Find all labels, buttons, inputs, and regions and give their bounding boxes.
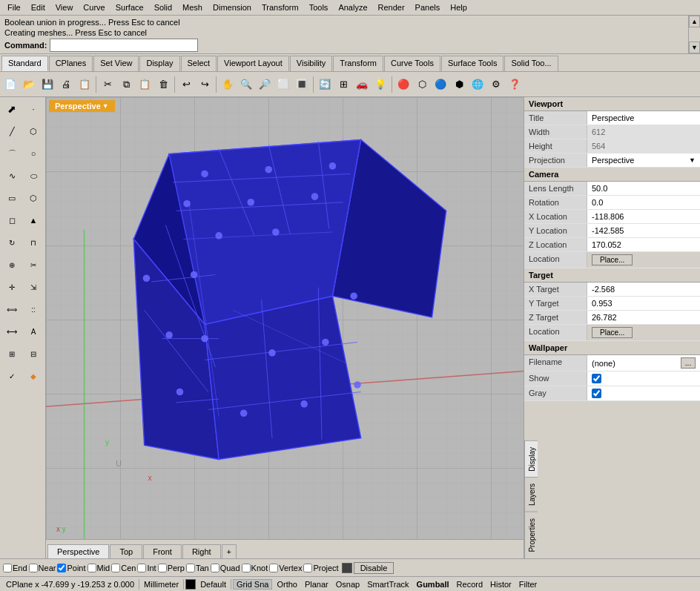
menu-render[interactable]: Render — [374, 1, 409, 13]
tool-select[interactable]: ⬈ — [1, 99, 22, 119]
osnap-int-check[interactable] — [137, 564, 146, 572]
side-tab-properties[interactable]: Properties — [525, 512, 538, 558]
place-btn-2[interactable]: Place... — [592, 327, 633, 338]
tool-rect[interactable]: ▭ — [1, 188, 22, 208]
vp-tab-top[interactable]: Top — [110, 544, 142, 558]
tool-array[interactable]: :: — [23, 299, 44, 320]
menu-solid[interactable]: Solid — [150, 1, 176, 13]
props-value-loc2[interactable]: Place... — [587, 325, 700, 340]
sb-osnap[interactable]: Osnap — [333, 580, 363, 589]
viewport-dropdown-arrow[interactable]: ▼ — [102, 102, 109, 110]
osnap-int[interactable]: Int — [137, 564, 156, 572]
viewport-canvas[interactable]: U x y x y — [46, 97, 524, 539]
osnap-perp-check[interactable] — [158, 564, 167, 572]
tool-grid-icon[interactable]: ⊞ — [1, 343, 22, 364]
sb-ortho[interactable]: Ortho — [274, 580, 300, 589]
tool-boolean[interactable]: ⊕ — [1, 254, 22, 275]
menu-panels[interactable]: Panels — [411, 1, 445, 13]
tab-curve-tools[interactable]: Curve Tools — [384, 56, 440, 71]
tb-redo[interactable]: ↪ — [196, 76, 214, 93]
osnap-mid-check[interactable] — [88, 564, 96, 572]
show-checkbox[interactable] — [592, 374, 601, 383]
tb-zoom-extent[interactable]: ⬜ — [274, 76, 292, 93]
tb-snap[interactable]: 🚗 — [353, 76, 371, 93]
tb-light[interactable]: 💡 — [372, 76, 389, 93]
tool-loft[interactable]: ⊓ — [23, 232, 44, 253]
tool-curve[interactable]: ∿ — [1, 165, 22, 186]
menu-surface[interactable]: Surface — [111, 1, 148, 13]
tool-polygon[interactable]: ⬡ — [23, 188, 44, 208]
tool-arc[interactable]: ⌒ — [1, 143, 22, 164]
tool-text[interactable]: A — [23, 321, 44, 342]
tool-layer[interactable]: ⊟ — [23, 343, 44, 364]
sb-gumball[interactable]: Gumball — [414, 580, 452, 589]
disable-button[interactable]: Disable — [354, 562, 394, 574]
tool-trim[interactable]: ✂ — [23, 254, 44, 275]
tool-dimension[interactable]: ⟷ — [1, 321, 22, 342]
tab-solid-tools[interactable]: Solid Too... — [504, 56, 558, 71]
props-scroll[interactable]: Viewport Title Perspective Width 612 Hei… — [524, 97, 700, 440]
menu-file[interactable]: File — [3, 1, 25, 13]
tb-render-preview[interactable]: 🔵 — [432, 76, 449, 93]
vp-tab-perspective[interactable]: Perspective — [47, 544, 109, 558]
osnap-project[interactable]: Project — [303, 564, 338, 572]
tb-pan[interactable]: ✋ — [219, 76, 237, 93]
osnap-end[interactable]: End — [3, 564, 27, 572]
tb-open[interactable]: 📂 — [20, 76, 38, 93]
tool-mirror[interactable]: ⟺ — [1, 299, 22, 320]
osnap-quad-check[interactable] — [211, 564, 219, 572]
menu-transform[interactable]: Transform — [257, 1, 303, 13]
tb-undo-history[interactable]: 📋 — [76, 76, 93, 93]
tool-move[interactable]: ✛ — [1, 277, 22, 297]
tool-revolve[interactable]: ↻ — [1, 232, 22, 253]
osnap-mid[interactable]: Mid — [88, 564, 110, 572]
viewport-label[interactable]: Perspective ▼ — [49, 100, 115, 112]
viewport-container[interactable]: Perspective ▼ — [46, 97, 524, 558]
osnap-near[interactable]: Near — [29, 564, 56, 572]
vp-tab-add[interactable]: + — [222, 544, 237, 558]
tb-zoom-window[interactable]: 🔳 — [293, 76, 311, 93]
osnap-near-check[interactable] — [29, 564, 38, 572]
tb-help[interactable]: ❓ — [506, 76, 524, 93]
browse-btn[interactable]: ... — [681, 357, 696, 369]
tab-cplanes[interactable]: CPlanes — [49, 56, 93, 71]
props-value-projection[interactable]: Perspective ▼ — [587, 153, 700, 167]
sb-histor[interactable]: Histor — [487, 580, 515, 589]
tool-plane[interactable]: ◻ — [1, 210, 22, 231]
osnap-point-check[interactable] — [57, 564, 66, 572]
tb-print[interactable]: 🖨 — [57, 76, 75, 93]
vp-tab-front[interactable]: Front — [143, 544, 182, 558]
tb-delete[interactable]: 🗑 — [154, 76, 172, 93]
scrollbar-down[interactable]: ▼ — [689, 42, 700, 53]
tb-wireframe[interactable]: ⬡ — [413, 76, 431, 93]
menu-analyze[interactable]: Analyze — [334, 1, 372, 13]
sb-record[interactable]: Record — [454, 580, 486, 589]
osnap-quad[interactable]: Quad — [211, 564, 240, 572]
props-value-show[interactable] — [587, 372, 700, 386]
tb-zoom-in[interactable]: 🔍 — [237, 76, 255, 93]
scrollbar-up[interactable]: ▲ — [689, 16, 700, 27]
sb-planar[interactable]: Planar — [302, 580, 331, 589]
props-value-loc1[interactable]: Place... — [587, 252, 700, 268]
tool-polyline[interactable]: ⬡ — [23, 121, 44, 142]
menu-view[interactable]: View — [51, 1, 78, 13]
tool-scale[interactable]: ⇲ — [23, 277, 44, 297]
osnap-vertex-check[interactable] — [269, 564, 278, 572]
menu-edit[interactable]: Edit — [27, 1, 50, 13]
tb-paste[interactable]: 📋 — [136, 76, 153, 93]
osnap-perp[interactable]: Perp — [158, 564, 185, 572]
tab-visibility[interactable]: Visibility — [290, 56, 333, 71]
tool-point[interactable]: · — [23, 99, 44, 119]
vp-tab-right[interactable]: Right — [182, 544, 221, 558]
tb-save[interactable]: 💾 — [39, 76, 56, 93]
tool-material-icon[interactable]: ◆ — [23, 366, 44, 386]
command-input[interactable] — [50, 39, 198, 52]
gray-checkbox[interactable] — [592, 389, 601, 398]
tool-line[interactable]: ╱ — [1, 121, 22, 142]
osnap-tan[interactable]: Tan — [186, 564, 209, 572]
sb-gridsnap[interactable]: Grid Sna — [233, 579, 272, 590]
tb-texture[interactable]: ⬢ — [450, 76, 468, 93]
tb-material[interactable]: 🌐 — [469, 76, 486, 93]
tb-zoom-out[interactable]: 🔎 — [256, 76, 274, 93]
menu-dimension[interactable]: Dimension — [208, 1, 256, 13]
